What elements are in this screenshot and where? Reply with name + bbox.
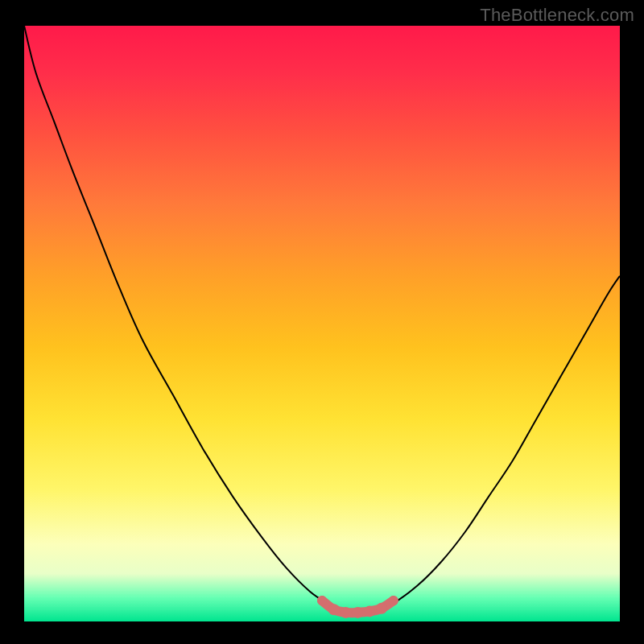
optimum-marker [389, 596, 398, 605]
plot-area [24, 26, 620, 621]
chart-stage: TheBottleneck.com [0, 0, 644, 644]
optimum-marker [364, 605, 375, 617]
bottleneck-curve-left [24, 26, 328, 604]
optimum-marker [328, 604, 340, 615]
optimum-marker [376, 603, 387, 614]
optimum-marker [341, 607, 352, 618]
bottleneck-curve-right [394, 276, 620, 604]
optimum-marker [317, 596, 327, 605]
chart-svg [24, 26, 620, 621]
bottleneck-optimum-markers [317, 596, 398, 618]
watermark-text: TheBottleneck.com [480, 5, 634, 26]
optimum-marker [352, 607, 363, 618]
